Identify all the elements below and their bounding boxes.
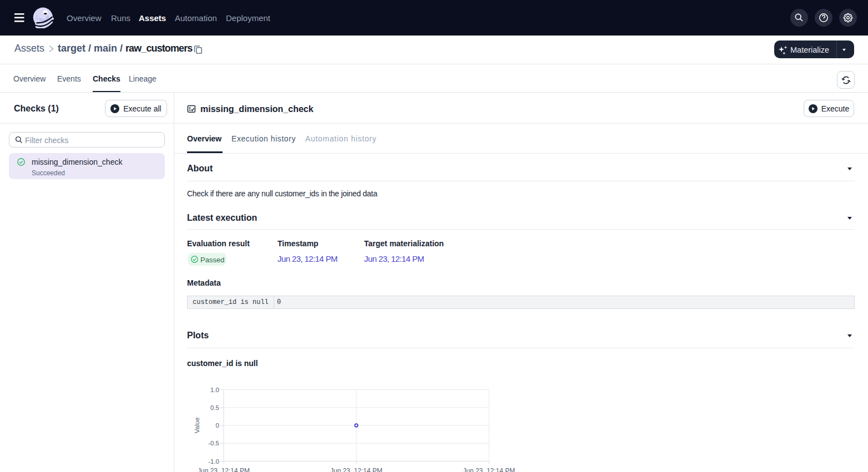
svg-text:0.5: 0.5 xyxy=(210,404,219,411)
svg-text:Jun 23, 12:14 PM: Jun 23, 12:14 PM xyxy=(463,467,515,472)
svg-text:1.0: 1.0 xyxy=(210,387,219,393)
svg-text:-0.5: -0.5 xyxy=(208,440,219,446)
svg-text:Jun 23, 12:14 PM: Jun 23, 12:14 PM xyxy=(330,467,382,472)
svg-text:Value: Value xyxy=(194,418,200,434)
svg-text:0: 0 xyxy=(216,422,219,429)
svg-text:Jun 23, 12:14 PM: Jun 23, 12:14 PM xyxy=(198,467,250,472)
svg-text:-1.0: -1.0 xyxy=(208,458,219,465)
